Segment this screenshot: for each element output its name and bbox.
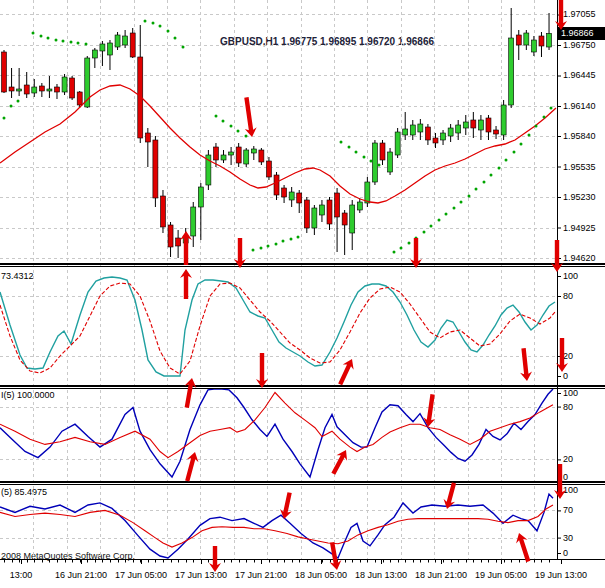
indicator-window2-value: I(5) 100.0000 — [1, 390, 55, 400]
time-axis-label: 19 Jun 13:00 — [535, 570, 587, 580]
down-arrow-icon — [422, 393, 438, 427]
indicator-window1-value: 73.4312 — [1, 271, 34, 281]
down-arrow-icon — [278, 491, 295, 520]
time-axis-label: 18 Jun 13:00 — [355, 570, 407, 580]
time-axis-label: 17 Jun 13:00 — [175, 570, 227, 580]
up-arrow-icon — [181, 377, 198, 409]
price-axis-label: 1.95840 — [563, 131, 596, 141]
up-arrow-icon — [181, 450, 200, 482]
indicator-scale-label: 0 — [563, 472, 568, 482]
time-axis-label: 17 Jun 05:00 — [115, 570, 167, 580]
price-axis-label: 1.96140 — [563, 101, 596, 111]
indicator-scale-label: 80 — [563, 402, 573, 412]
price-axis-label: 1.94925 — [563, 223, 596, 233]
indicator-scale-label: 30 — [563, 533, 573, 543]
price-axis-label: 1.96445 — [563, 70, 596, 80]
time-axis-label: 16 Jun 21:00 — [55, 570, 107, 580]
indicator-scale-label: 100 — [563, 271, 578, 281]
time-axis-label: 19 Jun 05:00 — [475, 570, 527, 580]
down-arrow-icon — [256, 353, 268, 388]
trading-chart-window[interactable]: GBPUSD,H1 1.96775 1.96895 1.96720 1.9686… — [0, 0, 605, 588]
time-axis-label: 18 Jun 05:00 — [295, 570, 347, 580]
down-arrow-icon — [518, 348, 533, 382]
indicator-scale-label: 20 — [563, 454, 573, 464]
up-arrow-icon — [335, 356, 358, 386]
price-axis-label: 1.95535 — [563, 162, 596, 172]
indicator-scale-label: 100 — [563, 485, 578, 495]
indicator-window3-value: (5) 85.4975 — [1, 487, 47, 497]
indicator-scale-label: 20 — [563, 351, 573, 361]
up-arrow-icon — [513, 531, 534, 563]
time-axis-label: 18 Jun 21:00 — [415, 570, 467, 580]
down-arrow-icon — [551, 240, 563, 272]
chart-canvas[interactable] — [0, 0, 605, 588]
up-arrow-icon — [180, 231, 192, 265]
down-arrow-icon — [410, 238, 422, 268]
price-axis-label: 1.97055 — [563, 9, 596, 19]
indicator-scale-label: 80 — [563, 291, 573, 301]
current-price-badge: 1.96866 — [558, 27, 605, 40]
indicator-scale-label: 100 — [563, 388, 578, 398]
down-arrow-icon — [234, 238, 246, 268]
up-arrow-icon — [328, 447, 351, 476]
copyright-text: 2008 MetaQuotes Software Corp. — [1, 551, 135, 561]
down-arrow-icon — [326, 541, 343, 571]
time-axis-label: 17 Jun 21:00 — [235, 570, 287, 580]
chart-title: GBPUSD,H1 1.96775 1.96895 1.96720 1.9686… — [220, 36, 434, 47]
down-arrow-icon — [240, 97, 257, 138]
indicator-scale-label: 0 — [563, 371, 568, 381]
indicator-scale-label: 0 — [563, 548, 568, 558]
up-arrow-icon — [180, 269, 192, 299]
indicator-scale-label: 70 — [563, 505, 573, 515]
down-arrow-icon — [209, 546, 221, 572]
time-axis-label: 13:00 — [10, 570, 33, 580]
price-axis-label: 1.95230 — [563, 192, 596, 202]
price-axis-label: 1.94620 — [563, 253, 596, 263]
down-arrow-icon — [441, 481, 460, 510]
price-axis-label: 1.96750 — [563, 40, 596, 50]
